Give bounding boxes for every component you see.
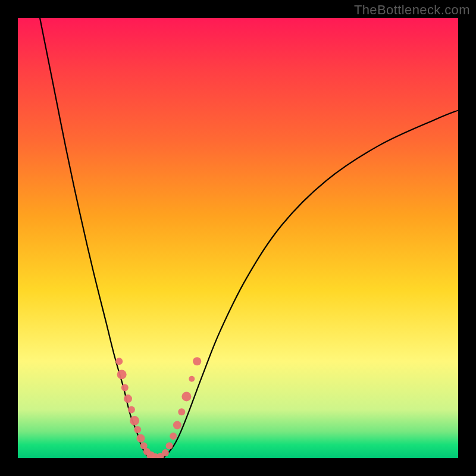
curve-svg xyxy=(18,18,458,458)
watermark-text: TheBottleneck.com xyxy=(354,2,470,18)
data-point xyxy=(134,426,141,433)
data-point xyxy=(170,433,177,440)
data-point xyxy=(162,449,169,456)
data-point xyxy=(124,394,132,403)
data-point xyxy=(130,416,139,425)
data-point xyxy=(121,384,129,392)
data-point xyxy=(189,376,195,382)
data-point xyxy=(178,408,185,415)
data-point xyxy=(166,442,173,449)
curve-right-path xyxy=(163,110,458,458)
data-point xyxy=(117,369,127,379)
data-point xyxy=(181,392,191,401)
chart-frame: TheBottleneck.com xyxy=(0,0,476,476)
data-point xyxy=(115,358,123,365)
data-point xyxy=(193,357,201,365)
plot-area xyxy=(18,18,458,458)
data-point xyxy=(136,434,145,443)
curve-left-path xyxy=(40,18,150,458)
data-point xyxy=(128,406,135,414)
data-point xyxy=(173,421,181,430)
